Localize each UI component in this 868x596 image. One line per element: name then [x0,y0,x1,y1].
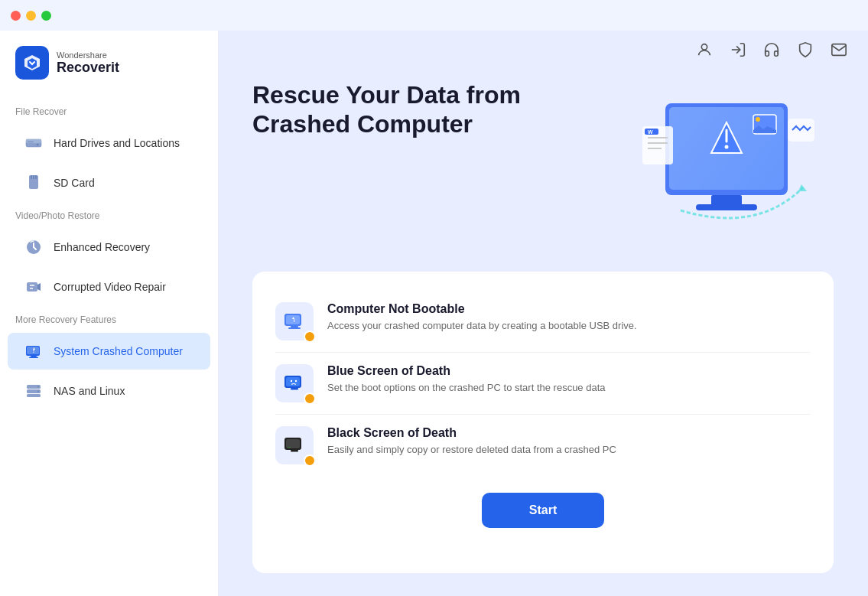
svg-rect-1 [26,139,41,143]
system-crashed-icon [23,340,44,362]
maximize-button[interactable] [41,11,51,21]
sidebar-item-hard-drives[interactable]: Hard Drives and Locations [8,125,210,161]
black-screen-desc: Easily and simply copy or restore delete… [327,443,616,457]
sidebar-item-nas-linux-label: NAS and Linux [54,385,125,397]
corrupted-video-icon [23,276,44,298]
not-bootable-icon-wrap [275,302,314,340]
not-bootable-text: Computer Not Bootable Access your crashe… [327,302,637,333]
minimize-button[interactable] [26,11,36,21]
svg-rect-20 [27,394,41,397]
mail-icon[interactable] [829,40,849,60]
svg-text:W: W [648,129,653,135]
hero-illustration: W [619,80,834,249]
section-more-recovery: More Recovery Features [0,307,218,331]
not-bootable-badge [304,331,316,343]
svg-rect-57 [291,450,298,452]
blue-screen-desc: Set the boot options on the crashed PC t… [327,381,606,395]
svg-rect-16 [34,350,34,352]
sidebar-item-system-crashed-label: System Crashed Computer [54,345,183,357]
content-area: Rescue Your Data from Crashed Computer [218,69,868,596]
svg-point-2 [37,144,39,146]
section-file-recover: File Recover [0,99,218,123]
svg-point-17 [33,352,34,353]
option-not-bootable[interactable]: Computer Not Bootable Access your crashe… [275,291,811,353]
black-screen-text: Black Screen of Death Easily and simply … [327,426,616,457]
black-screen-icon-wrap: _ [275,426,314,464]
app-name: Recoverit [57,60,119,76]
page-title: Rescue Your Data from Crashed Computer [252,80,574,139]
black-screen-badge [304,454,316,467]
svg-rect-47 [294,319,294,321]
page-header: Rescue Your Data from Crashed Computer [252,80,834,249]
blue-screen-text: Blue Screen of Death Set the boot option… [327,364,606,395]
enhanced-recovery-icon [23,236,44,258]
svg-point-34 [756,117,760,122]
section-video-photo: Video/Photo Restore [0,203,218,227]
top-nav [218,31,868,69]
blue-screen-icon-wrap [275,364,314,402]
sd-card-icon [23,172,44,194]
titlebar [0,0,868,31]
svg-point-32 [725,145,729,149]
svg-rect-13 [27,347,39,354]
headset-icon[interactable] [762,40,782,60]
main-content: Rescue Your Data from Crashed Computer [218,31,868,596]
svg-rect-44 [286,315,300,324]
svg-rect-7 [35,175,37,179]
svg-point-51 [291,380,292,382]
hard-drive-icon [23,132,44,154]
svg-rect-29 [696,204,757,210]
not-bootable-title: Computer Not Bootable [327,302,637,316]
black-screen-title: Black Screen of Death [327,426,616,440]
logo-icon [15,46,49,80]
nas-icon [23,380,44,402]
svg-rect-3 [28,142,34,142]
option-blue-screen[interactable]: Blue Screen of Death Set the boot option… [275,353,811,415]
user-icon[interactable] [694,40,714,60]
svg-rect-6 [33,175,34,179]
traffic-lights [11,11,51,21]
svg-point-22 [37,391,39,392]
sidebar-item-corrupted-video-label: Corrupted Video Repair [54,281,166,293]
option-black-screen[interactable]: _ Black Screen of Death Easily and simpl… [275,415,811,476]
sidebar-item-hard-drives-label: Hard Drives and Locations [54,137,180,149]
close-button[interactable] [11,11,21,21]
sidebar-item-sd-card[interactable]: SD Card [8,164,210,201]
svg-point-48 [294,321,294,322]
svg-marker-41 [798,184,807,191]
logo-text: Wondershare Recoverit [57,50,119,76]
sidebar-item-enhanced-recovery-label: Enhanced Recovery [54,241,150,253]
shield-icon[interactable] [795,40,815,60]
start-button[interactable]: Start [482,493,604,528]
brand-label: Wondershare [57,50,119,60]
sidebar: Wondershare Recoverit File Recover Hard … [0,31,218,596]
not-bootable-desc: Access your crashed computer data by cre… [327,319,637,333]
blue-screen-badge [304,392,316,405]
svg-point-52 [295,380,297,382]
svg-rect-15 [29,357,38,359]
svg-rect-50 [286,377,300,386]
sidebar-item-system-crashed[interactable]: System Crashed Computer [8,333,210,370]
sidebar-item-enhanced-recovery[interactable]: Enhanced Recovery [8,229,210,265]
svg-rect-42 [788,119,814,142]
sidebar-item-corrupted-video[interactable]: Corrupted Video Repair [8,269,210,305]
login-icon[interactable] [728,40,748,60]
svg-point-21 [37,386,39,388]
blue-screen-title: Blue Screen of Death [327,364,606,378]
logo-area: Wondershare Recoverit [0,31,218,99]
svg-rect-53 [291,388,298,390]
sidebar-item-sd-card-label: SD Card [54,177,95,189]
svg-rect-9 [27,282,37,291]
options-card: Computer Not Bootable Access your crashe… [252,272,834,573]
app-container: Wondershare Recoverit File Recover Hard … [0,31,868,596]
svg-rect-5 [31,175,32,179]
sidebar-item-nas-linux[interactable]: NAS and Linux [8,373,210,409]
svg-point-23 [701,44,707,50]
svg-rect-46 [288,327,301,329]
